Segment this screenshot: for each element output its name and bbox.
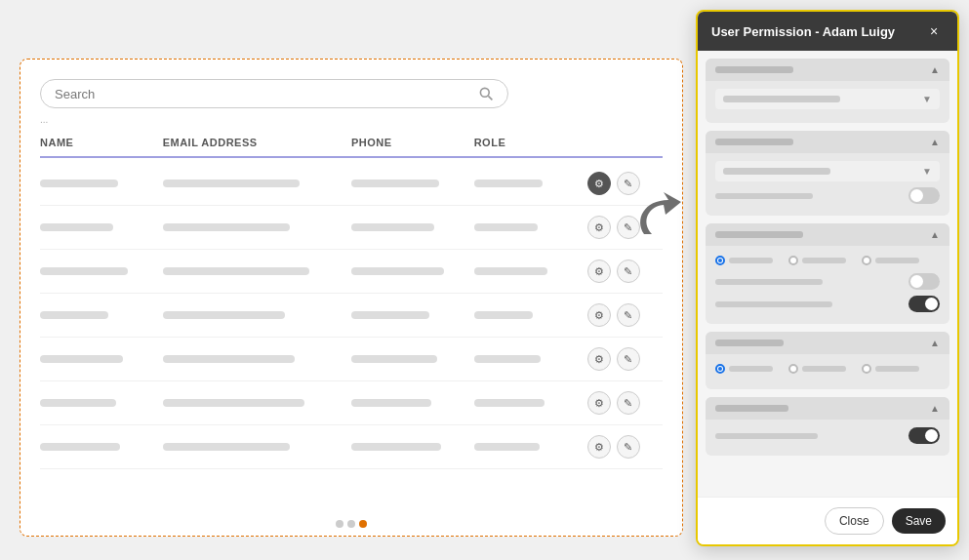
role-bar	[474, 267, 547, 275]
edit-button[interactable]: ✎	[617, 260, 640, 283]
pagination-indicators	[336, 520, 367, 528]
settings-button[interactable]: ⚙	[587, 172, 611, 195]
email-bar	[163, 180, 300, 187]
email-bar	[163, 223, 290, 231]
radio-item-1[interactable]	[715, 256, 773, 265]
table-row: ⚙ ✎	[40, 381, 663, 425]
chevron-up-icon: ▲	[930, 229, 940, 240]
toggle-row-3b	[715, 296, 940, 312]
th-email: EMAIL ADDRESS	[163, 137, 351, 148]
radio-row-3	[715, 254, 940, 267]
table-row: ⚙ ✎	[40, 250, 663, 294]
save-button[interactable]: Save	[892, 508, 946, 534]
permission-modal: User Permission - Adam Luigy × ▲ ▼	[696, 10, 959, 546]
chevron-up-icon: ▲	[930, 403, 940, 414]
settings-button[interactable]: ⚙	[587, 260, 611, 283]
radio-label	[802, 366, 846, 372]
phone-bar	[351, 443, 441, 451]
toggle-row-3a	[715, 273, 940, 290]
role-bar	[474, 223, 538, 231]
radio-item-3[interactable]	[862, 256, 919, 265]
page-wrapper: ... NAME EMAIL ADDRESS PHONE ROLE ⚙ ✎	[0, 0, 969, 560]
radio-circle	[788, 364, 798, 374]
toggle-label	[715, 301, 832, 307]
edit-button[interactable]: ✎	[617, 347, 640, 371]
chevron-up-icon: ▲	[930, 137, 940, 147]
arrow-container	[615, 180, 693, 262]
name-bar	[40, 311, 108, 319]
indicator-dot-active	[359, 520, 367, 528]
section-1-header[interactable]: ▲	[706, 59, 949, 81]
role-bar	[474, 311, 533, 319]
table-panel: ... NAME EMAIL ADDRESS PHONE ROLE ⚙ ✎	[20, 59, 683, 537]
dropdown-bar	[723, 168, 830, 175]
section-2-header[interactable]: ▲	[706, 131, 949, 153]
phone-bar	[351, 399, 431, 407]
radio-item-3[interactable]	[862, 364, 919, 374]
search-bar[interactable]	[40, 79, 508, 108]
name-bar	[40, 355, 123, 363]
table-row: ⚙ ✎	[40, 206, 663, 250]
modal-footer: Close Save	[698, 497, 957, 544]
radio-circle	[862, 364, 871, 374]
settings-button[interactable]: ⚙	[587, 303, 611, 327]
email-bar	[163, 443, 290, 451]
radio-label	[875, 258, 919, 263]
section-4-header[interactable]: ▲	[706, 332, 949, 354]
permission-section-4: ▲	[706, 332, 949, 389]
toggle-label	[715, 279, 823, 285]
settings-button[interactable]: ⚙	[587, 391, 611, 415]
section-3-header[interactable]: ▲	[706, 223, 949, 246]
radio-circle	[788, 256, 798, 265]
dropdown-1[interactable]: ▼	[715, 89, 940, 109]
dropdown-bar	[723, 96, 840, 102]
chevron-down-icon: ▼	[922, 166, 932, 177]
dropdown-2[interactable]: ▼	[715, 161, 940, 181]
indicator-dot	[336, 520, 343, 528]
modal-body: ▲ ▼ ▲ ▼	[698, 51, 957, 497]
indicator-dot	[347, 520, 355, 528]
chevron-down-icon: ▼	[922, 94, 932, 104]
email-bar	[163, 355, 295, 363]
permission-section-3: ▲	[706, 223, 949, 324]
svg-line-1	[488, 96, 492, 100]
section-5-header[interactable]: ▲	[706, 397, 949, 420]
radio-item-2[interactable]	[788, 256, 846, 265]
toggle-2[interactable]	[908, 187, 940, 204]
toggle-3b[interactable]	[908, 296, 940, 312]
modal-close-button[interactable]: ×	[924, 21, 944, 41]
th-phone: PHONE	[351, 137, 474, 148]
modal-title: User Permission - Adam Luigy	[711, 24, 895, 39]
settings-button[interactable]: ⚙	[587, 347, 611, 371]
table-row: ⚙ ✎	[40, 338, 663, 381]
section-5-title-bar	[715, 405, 788, 412]
edit-button[interactable]: ✎	[617, 435, 640, 459]
phone-bar	[351, 223, 434, 231]
toggle-row-5	[715, 427, 940, 444]
modal-header: User Permission - Adam Luigy ×	[698, 12, 957, 51]
phone-bar	[351, 311, 429, 319]
dots-label: ...	[40, 114, 663, 125]
edit-button[interactable]: ✎	[617, 303, 640, 327]
phone-bar	[351, 180, 439, 187]
email-bar	[163, 267, 309, 275]
table-row: ⚙ ✎	[40, 425, 663, 469]
section-2-body: ▼	[706, 153, 949, 216]
section-1-title-bar	[715, 66, 793, 73]
toggle-5[interactable]	[908, 427, 940, 444]
radio-item-1[interactable]	[715, 364, 773, 374]
toggle-row-2	[715, 187, 940, 204]
radio-circle-selected	[715, 256, 725, 265]
th-name: NAME	[40, 137, 163, 148]
settings-button[interactable]: ⚙	[587, 435, 611, 459]
settings-button[interactable]: ⚙	[587, 216, 611, 239]
radio-item-2[interactable]	[788, 364, 846, 374]
section-2-title-bar	[715, 139, 793, 145]
close-button[interactable]: Close	[825, 507, 884, 535]
section-3-title-bar	[715, 231, 803, 238]
name-bar	[40, 399, 116, 407]
toggle-3a[interactable]	[908, 273, 940, 290]
search-input[interactable]	[55, 87, 478, 101]
edit-button[interactable]: ✎	[617, 391, 640, 415]
radio-circle-selected	[715, 364, 725, 374]
